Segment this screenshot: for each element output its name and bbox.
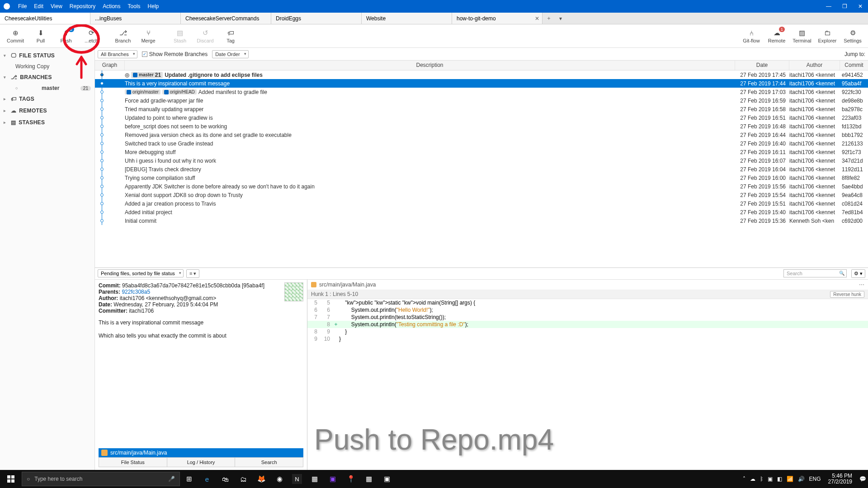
commit-row[interactable]: origin/masterorigin/HEADAdded manifest t… bbox=[95, 88, 868, 96]
changed-file-row[interactable]: src/main/java/Main.java bbox=[99, 448, 303, 457]
commit-row[interactable]: Uhh i guess i found out why it no work27… bbox=[95, 156, 868, 165]
commit-row[interactable]: Removed java version check as its done a… bbox=[95, 131, 868, 139]
commit-row[interactable]: This is a very inspirational commit mess… bbox=[95, 79, 868, 88]
firefox-icon[interactable]: 🦊 bbox=[256, 474, 267, 484]
sidebar-remotes[interactable]: ▸☁REMOTES bbox=[0, 105, 94, 117]
col-author[interactable]: Author bbox=[789, 61, 840, 70]
app-icon[interactable]: 📍 bbox=[345, 474, 356, 484]
lang-indicator[interactable]: ENG bbox=[809, 476, 821, 482]
mic-icon[interactable]: 🎤 bbox=[168, 476, 175, 482]
minimize-icon[interactable]: — bbox=[826, 3, 831, 9]
gitflow-button[interactable]: ⑃Git-flow bbox=[739, 25, 764, 47]
reverse-hunk-button[interactable]: Reverse hunk bbox=[830, 291, 864, 298]
task-view-icon[interactable]: ⊞ bbox=[184, 474, 194, 484]
notifications-icon[interactable]: 💬 bbox=[859, 476, 866, 482]
tab-cheesecakeservercommands[interactable]: CheesecakeServerCommands bbox=[181, 13, 271, 24]
tab-website[interactable]: Website bbox=[362, 13, 452, 24]
merge-button[interactable]: ⑂Merge bbox=[136, 25, 161, 47]
commit-list[interactable]: ◎master 21Updated .gitignore to add ecli… bbox=[95, 70, 868, 267]
commit-row[interactable]: Added initial project27 Feb 2019 15:40it… bbox=[95, 208, 868, 216]
commit-row[interactable]: before_script does not seem to be workin… bbox=[95, 122, 868, 131]
tray-icon[interactable]: ▣ bbox=[768, 476, 773, 482]
commit-row[interactable]: [DEBUG] Travis check directory27 Feb 201… bbox=[95, 165, 868, 174]
diff-settings-button[interactable]: ⚙ ▾ bbox=[851, 269, 865, 278]
bluetooth-icon[interactable]: ᛒ bbox=[760, 476, 763, 482]
app-icon-3[interactable]: ▣ bbox=[382, 474, 392, 484]
col-graph[interactable]: Graph bbox=[95, 61, 125, 70]
app-icon-2[interactable]: ▦ bbox=[363, 474, 374, 484]
tab-add-button[interactable]: ＋ bbox=[542, 13, 555, 24]
commit-row[interactable]: Xenial dont support JDK8 so drop down to… bbox=[95, 191, 868, 199]
col-date[interactable]: Date bbox=[735, 61, 789, 70]
sidebar-tags[interactable]: ▸🏷TAGS bbox=[0, 93, 94, 105]
settings-button[interactable]: ⚙Settings bbox=[840, 25, 865, 47]
volume-icon[interactable]: 🔊 bbox=[798, 476, 805, 482]
discard-button[interactable]: ↺Discard bbox=[193, 25, 218, 47]
file-search-input[interactable]: Search bbox=[783, 269, 847, 277]
diff-line[interactable]: 8+ System.out.println("Testing committin… bbox=[307, 321, 868, 328]
diff-line[interactable]: 89 } bbox=[307, 328, 868, 335]
menu-help[interactable]: Help bbox=[144, 3, 163, 9]
menu-file[interactable]: File bbox=[14, 3, 30, 9]
commit-row[interactable]: Switched track to use Gradle instead27 F… bbox=[95, 139, 868, 148]
explorer-button[interactable]: 🗀Explorer bbox=[815, 25, 840, 47]
wifi-icon[interactable]: 📶 bbox=[787, 476, 793, 482]
tab-droideggs[interactable]: DroidEggs bbox=[271, 13, 362, 24]
sidebar-branch-master[interactable]: master21 bbox=[0, 83, 94, 93]
sidebar-branches[interactable]: ▾⎇BRANCHES bbox=[0, 71, 94, 83]
onedrive-icon[interactable]: ☁ bbox=[750, 476, 755, 482]
commit-row[interactable]: ◎master 21Updated .gitignore to add ecli… bbox=[95, 70, 868, 79]
parent-link[interactable]: 922fc308a5 bbox=[122, 289, 150, 295]
tab-cheesecakeutilities[interactable]: CheesecakeUtilities bbox=[0, 13, 90, 24]
menu-repository[interactable]: Repository bbox=[66, 3, 99, 9]
maximize-icon[interactable]: ❐ bbox=[842, 3, 847, 9]
sidebar-filestatus[interactable]: ▾🖵FILE STATUS bbox=[0, 50, 94, 61]
taskbar-search[interactable]: ○Type here to search🎤 bbox=[22, 472, 180, 486]
tab-file-status[interactable]: File Status bbox=[99, 458, 167, 467]
edge-icon[interactable]: e bbox=[202, 474, 212, 484]
notion-icon[interactable]: N bbox=[292, 474, 302, 484]
tab-singbuses[interactable]: ...ingBuses bbox=[90, 13, 181, 24]
commit-row[interactable]: Apparently JDK Switcher is done before a… bbox=[95, 182, 868, 191]
commit-row[interactable]: Added a jar creation process to Travis27… bbox=[95, 199, 868, 208]
tray-chevron-icon[interactable]: ˄ bbox=[743, 476, 745, 482]
diff-more-icon[interactable]: ⋯ bbox=[859, 282, 864, 288]
menu-tools[interactable]: Tools bbox=[124, 3, 144, 9]
diff-code[interactable]: 55 "kw">public "kw">static "kw">void mai… bbox=[307, 299, 868, 343]
diff-line[interactable]: 66 System.out.println("Hello World!"); bbox=[307, 306, 868, 314]
view-mode-button[interactable]: ≡ ▾ bbox=[186, 269, 199, 278]
show-remote-checkbox[interactable]: ✓Show Remote Branches bbox=[142, 51, 208, 57]
tab-log-history[interactable]: Log / History bbox=[167, 458, 236, 467]
terminal-button[interactable]: ▨Terminal bbox=[789, 25, 815, 47]
col-commit[interactable]: Commit bbox=[840, 61, 868, 70]
date-order-select[interactable]: Date Order bbox=[212, 50, 248, 58]
menu-edit[interactable]: Edit bbox=[30, 3, 47, 9]
commit-button[interactable]: ⊕Commit bbox=[3, 25, 28, 47]
tab-more-icon[interactable]: ▾ bbox=[555, 13, 566, 24]
close-icon[interactable]: ✕ bbox=[858, 3, 863, 9]
diff-line[interactable]: 910} bbox=[307, 335, 868, 343]
twitch-icon[interactable]: ▣ bbox=[327, 474, 338, 484]
fetch-button[interactable]: ⟳...etch bbox=[79, 25, 104, 47]
tab-search[interactable]: Search bbox=[235, 458, 303, 467]
branch-button[interactable]: ⎇Branch bbox=[110, 25, 136, 47]
taskbar-clock[interactable]: 5:46 PM27/2/2019 bbox=[826, 473, 855, 485]
sidebar-working-copy[interactable]: Working Copy bbox=[0, 61, 94, 71]
tag-button[interactable]: 🏷Tag bbox=[218, 25, 243, 47]
minecraft-icon[interactable]: ▦ bbox=[309, 474, 320, 484]
commit-row[interactable]: Updated to point to where gradlew is27 F… bbox=[95, 113, 868, 122]
commit-row[interactable]: Force add gradle-wrapper jar file27 Feb … bbox=[95, 96, 868, 105]
diff-line[interactable]: 55 "kw">public "kw">static "kw">void mai… bbox=[307, 299, 868, 306]
push-button[interactable]: ⬆2Push bbox=[53, 25, 79, 47]
tab-how-to-git-demo[interactable]: how-to-git-demo✕ bbox=[452, 13, 542, 24]
remote-button[interactable]: ☁1Remote bbox=[764, 25, 789, 47]
commit-row[interactable]: Tried manually updating wrapper27 Feb 20… bbox=[95, 105, 868, 113]
explorer-icon[interactable]: 🗂 bbox=[238, 474, 249, 484]
start-button[interactable] bbox=[0, 470, 22, 488]
commit-row[interactable]: Initial commit27 Feb 2019 15:36Kenneth S… bbox=[95, 216, 868, 225]
chrome-icon[interactable]: ◉ bbox=[274, 474, 285, 484]
branch-filter-select[interactable]: All Branches bbox=[98, 50, 137, 58]
sidebar-stashes[interactable]: ▸▤STASHES bbox=[0, 117, 94, 128]
commit-row[interactable]: More debugging stuff27 Feb 2019 16:11ita… bbox=[95, 148, 868, 156]
pending-files-select[interactable]: Pending files, sorted by file status bbox=[98, 269, 184, 277]
